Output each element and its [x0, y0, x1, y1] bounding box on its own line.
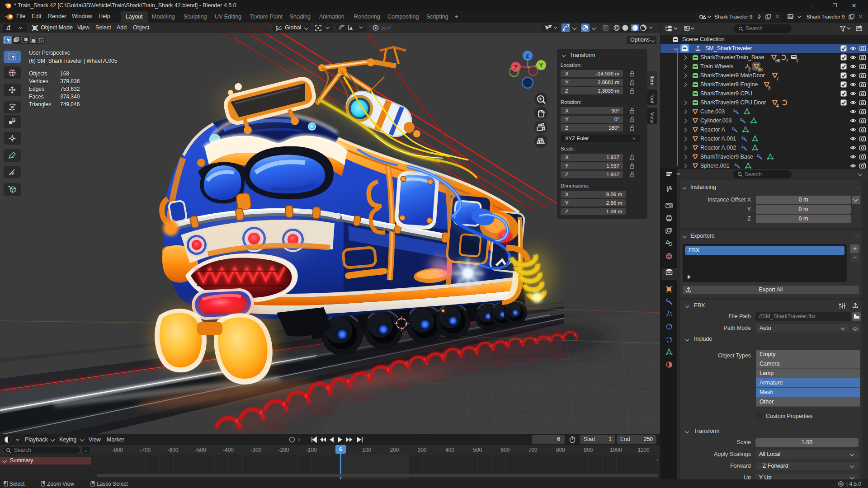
- svg-text:Z: Z: [526, 53, 529, 59]
- svg-text:Y: Y: [539, 62, 543, 69]
